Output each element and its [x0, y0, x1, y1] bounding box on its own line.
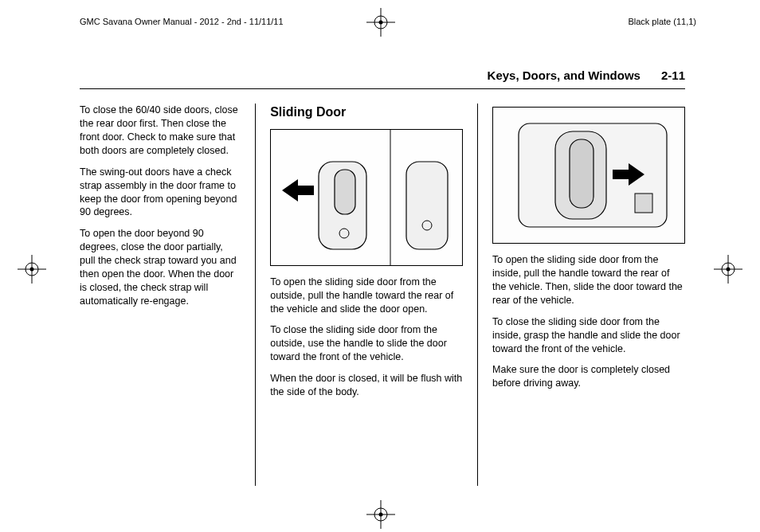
crop-mark-top-icon [366, 8, 395, 37]
door-handle-outside-icon [271, 130, 462, 265]
body-text: To close the sliding side door from the … [492, 315, 685, 356]
svg-rect-21 [406, 162, 448, 249]
body-text: When the door is closed, it will be flus… [270, 372, 463, 399]
section-title: Keys, Doors, and Windows [488, 68, 641, 84]
crop-mark-bottom-icon [366, 500, 395, 529]
crop-mark-right-icon [714, 255, 742, 284]
body-text: Make sure the door is completely closed … [492, 363, 685, 390]
sliding-door-inside-figure [492, 107, 685, 244]
body-text: To open the sliding side door from the i… [492, 253, 685, 307]
column-3: To open the sliding side door from the i… [492, 104, 685, 486]
svg-point-3 [379, 21, 383, 25]
column-divider [255, 104, 256, 486]
svg-rect-28 [635, 194, 652, 213]
doc-title: GMC Savana Owner Manual - 2012 - 2nd - 1… [80, 16, 284, 28]
body-text: To open the sliding side door from the o… [270, 276, 463, 316]
column-1: To close the 60/40 side doors, close the… [80, 104, 241, 486]
body-text: To close the 60/40 side doors, close the… [80, 104, 241, 158]
svg-rect-27 [570, 139, 594, 208]
running-head: Keys, Doors, and Windows 2-11 [80, 68, 685, 89]
svg-point-7 [379, 513, 383, 517]
page-number: 2-11 [661, 68, 685, 84]
svg-rect-19 [335, 170, 355, 214]
svg-point-11 [30, 268, 34, 272]
door-handle-inside-icon [493, 108, 684, 243]
column-2: Sliding Door [270, 104, 463, 486]
svg-point-15 [727, 268, 731, 272]
body-text: To close the sliding side door from the … [270, 323, 463, 364]
crop-mark-left-icon [18, 255, 46, 284]
body-text: To open the door beyond 90 degrees, clos… [80, 227, 241, 307]
column-divider [477, 104, 478, 486]
plate-label: Black plate (11,1) [628, 16, 696, 28]
sliding-door-outside-figure [270, 129, 463, 266]
body-text: The swing-out doors have a check strap a… [80, 166, 241, 220]
sliding-door-heading: Sliding Door [270, 104, 463, 121]
